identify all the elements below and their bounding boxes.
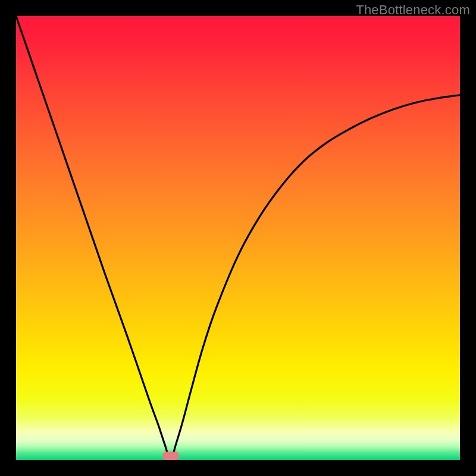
chart-frame: TheBottleneck.com: [0, 0, 476, 476]
watermark-label: TheBottleneck.com: [356, 2, 470, 18]
optimal-marker: [162, 452, 179, 460]
bottleneck-curve: [16, 16, 460, 460]
plot-area: [16, 16, 460, 460]
